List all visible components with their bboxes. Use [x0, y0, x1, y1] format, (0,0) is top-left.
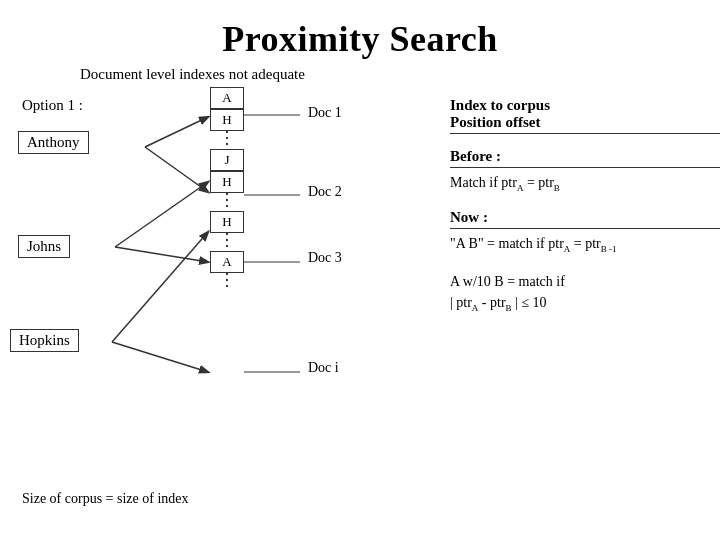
index-dot-4 — [226, 273, 228, 291]
index-cell-A2: A — [210, 251, 244, 273]
subtitle: Document level indexes not adequate — [0, 66, 720, 87]
section-w10-body: A w/10 B = match if | ptrA - ptrB | ≤ 10 — [450, 271, 720, 315]
main-layout: Option 1 : — [0, 87, 720, 527]
left-panel: Option 1 : — [0, 87, 430, 527]
doc1-label: Doc 1 — [308, 105, 342, 121]
index-cell-A1: A — [210, 87, 244, 109]
index-column: A H J H H A — [210, 87, 244, 291]
option-label: Option 1 : — [22, 97, 83, 114]
doci-label: Doc i — [308, 360, 339, 376]
page-title: Proximity Search — [0, 0, 720, 66]
section-w10: A w/10 B = match if | ptrA - ptrB | ≤ 10 — [450, 271, 720, 315]
svg-line-4 — [112, 232, 208, 342]
corpus-size-label: Size of corpus = size of index — [22, 491, 189, 507]
section-before: Before : Match if ptrA = ptrB — [450, 148, 720, 195]
term-johns: Johns — [18, 235, 70, 258]
right-panel: Index to corpusPosition offset Before : … — [430, 87, 720, 527]
index-dot-2 — [226, 193, 228, 211]
term-hopkins: Hopkins — [10, 329, 79, 352]
index-cell-H1: H — [210, 109, 244, 131]
index-cell-H3: H — [210, 211, 244, 233]
index-dot-1 — [226, 131, 228, 149]
doc3-label: Doc 3 — [308, 250, 342, 266]
section-index: Index to corpusPosition offset — [450, 97, 720, 134]
index-cell-J: J — [210, 149, 244, 171]
section-index-title: Index to corpusPosition offset — [450, 97, 720, 134]
section-before-title: Before : — [450, 148, 720, 168]
index-cell-H2: H — [210, 171, 244, 193]
svg-line-5 — [112, 342, 208, 372]
doc2-label: Doc 2 — [308, 184, 342, 200]
svg-line-3 — [115, 247, 208, 262]
section-now: Now : "A B" = match if ptrA = ptrB -1 — [450, 209, 720, 256]
index-dot-3 — [226, 233, 228, 251]
svg-line-1 — [145, 147, 208, 192]
svg-line-0 — [145, 117, 208, 147]
svg-line-2 — [115, 182, 208, 247]
section-now-body: "A B" = match if ptrA = ptrB -1 — [450, 233, 720, 256]
section-now-title: Now : — [450, 209, 720, 229]
term-anthony: Anthony — [18, 131, 89, 154]
section-before-body: Match if ptrA = ptrB — [450, 172, 720, 195]
